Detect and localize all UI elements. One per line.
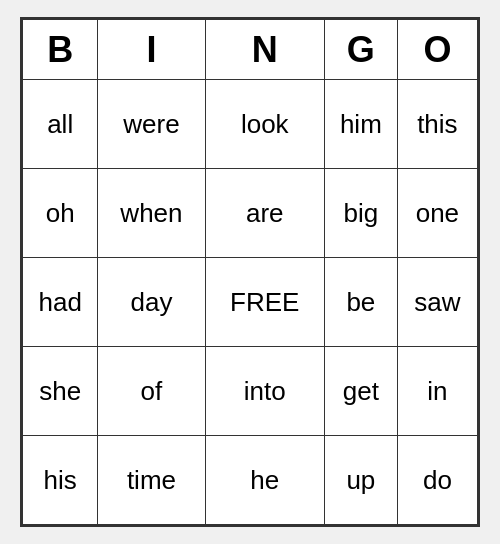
table-row: sheofintogetin — [23, 347, 478, 436]
cell-r1-c0: oh — [23, 169, 98, 258]
cell-r4-c4: do — [397, 436, 477, 525]
bingo-body: allwerelookhimthisohwhenarebigonehaddayF… — [23, 80, 478, 525]
cell-r0-c0: all — [23, 80, 98, 169]
cell-r1-c4: one — [397, 169, 477, 258]
cell-r4-c3: up — [324, 436, 397, 525]
cell-r1-c1: when — [98, 169, 205, 258]
cell-r4-c0: his — [23, 436, 98, 525]
cell-r1-c3: big — [324, 169, 397, 258]
table-row: histimeheupdo — [23, 436, 478, 525]
cell-r0-c4: this — [397, 80, 477, 169]
cell-r0-c3: him — [324, 80, 397, 169]
header-g: G — [324, 20, 397, 80]
header-n: N — [205, 20, 324, 80]
table-row: allwerelookhimthis — [23, 80, 478, 169]
cell-r0-c1: were — [98, 80, 205, 169]
cell-r3-c0: she — [23, 347, 98, 436]
cell-r3-c1: of — [98, 347, 205, 436]
cell-r2-c3: be — [324, 258, 397, 347]
header-b: B — [23, 20, 98, 80]
header-row: B I N G O — [23, 20, 478, 80]
cell-r2-c4: saw — [397, 258, 477, 347]
cell-r3-c4: in — [397, 347, 477, 436]
cell-r4-c2: he — [205, 436, 324, 525]
cell-r2-c0: had — [23, 258, 98, 347]
cell-r3-c2: into — [205, 347, 324, 436]
cell-r2-c2: FREE — [205, 258, 324, 347]
header-i: I — [98, 20, 205, 80]
header-o: O — [397, 20, 477, 80]
table-row: ohwhenarebigone — [23, 169, 478, 258]
cell-r2-c1: day — [98, 258, 205, 347]
cell-r0-c2: look — [205, 80, 324, 169]
cell-r1-c2: are — [205, 169, 324, 258]
cell-r4-c1: time — [98, 436, 205, 525]
bingo-card: B I N G O allwerelookhimthisohwhenarebig… — [20, 17, 480, 527]
cell-r3-c3: get — [324, 347, 397, 436]
bingo-table: B I N G O allwerelookhimthisohwhenarebig… — [22, 19, 478, 525]
table-row: haddayFREEbesaw — [23, 258, 478, 347]
